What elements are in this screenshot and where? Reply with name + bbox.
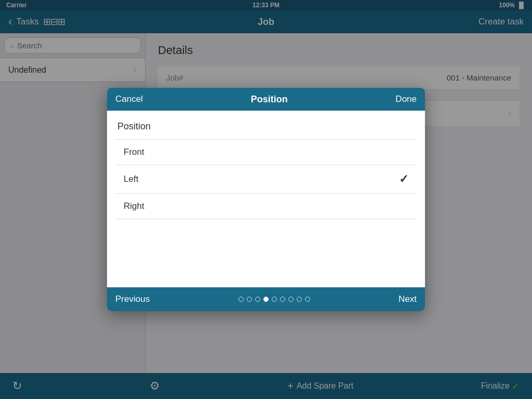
option-front[interactable]: Front: [115, 140, 417, 165]
cancel-button[interactable]: Cancel: [115, 94, 143, 104]
previous-button[interactable]: Previous: [115, 294, 150, 304]
modal-footer: Previous Next: [107, 287, 425, 311]
option-right[interactable]: Right: [115, 194, 417, 219]
dot-9: [305, 297, 310, 302]
modal-body: Position Front Left ✓ Right: [107, 111, 425, 287]
modal-section-title: Position: [115, 121, 417, 132]
dot-4-active: [263, 297, 269, 302]
option-front-label: Front: [124, 147, 144, 157]
option-list: Front Left ✓ Right: [115, 139, 417, 219]
dot-8: [297, 297, 302, 302]
dot-3: [255, 297, 260, 302]
dot-6: [280, 297, 285, 302]
done-button[interactable]: Done: [395, 94, 417, 104]
option-right-label: Right: [124, 201, 144, 211]
modal-header: Cancel Position Done: [107, 88, 425, 111]
next-button[interactable]: Next: [398, 294, 417, 304]
dot-1: [238, 297, 244, 302]
option-left-label: Left: [124, 174, 138, 184]
dot-7: [288, 297, 294, 302]
option-left-check-icon: ✓: [399, 172, 408, 186]
dot-5: [272, 297, 277, 302]
progress-dots: [238, 297, 310, 302]
option-left[interactable]: Left ✓: [115, 165, 417, 194]
position-modal: Cancel Position Done Position Front Left…: [107, 88, 425, 311]
modal-title: Position: [251, 94, 288, 105]
dot-2: [247, 297, 252, 302]
